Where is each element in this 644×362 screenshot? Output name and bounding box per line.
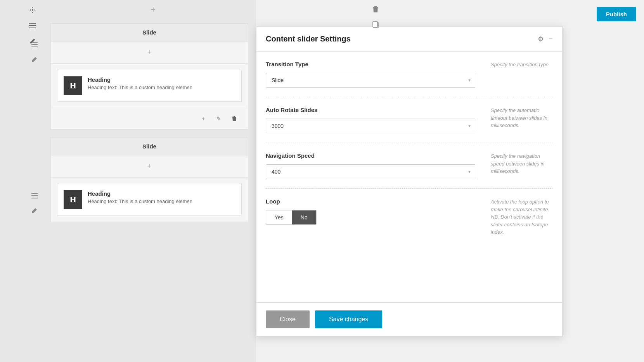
slide-1-heading-block: H Heading Heading text: This is a custom…: [57, 70, 242, 102]
settings-body: Transition Type Slide Fade None ▾ Specif…: [256, 52, 562, 302]
loop-section: Loop Yes No Activate the loop option to …: [266, 189, 553, 245]
loop-no-button[interactable]: No: [292, 210, 316, 224]
slide-2-heading-title: Heading: [88, 190, 192, 197]
slide-1-header: Slide: [51, 24, 248, 41]
navigation-speed-select[interactable]: 200 400 600 800 1000: [266, 164, 475, 179]
navigation-speed-section: Navigation Speed 200 400 600 800 1000 ▾ …: [266, 143, 553, 189]
loop-left: Loop Yes No: [266, 198, 483, 225]
slide-2-align-icon[interactable]: [29, 190, 40, 202]
trash-icon[interactable]: [369, 2, 383, 16]
slide-1-heading-subtext: Heading text: This is a custom heading e…: [88, 84, 192, 90]
settings-footer: Close Save changes: [256, 302, 562, 336]
auto-rotate-select[interactable]: 0 1000 2000 3000 5000: [266, 119, 475, 133]
transition-type-left: Transition Type Slide Fade None ▾: [266, 61, 483, 88]
slide-block-1: Slide + H Heading Heading text: This is …: [50, 23, 248, 129]
slide-1-footer: + ✎: [51, 108, 248, 129]
slide-1-heading-title: Heading: [88, 76, 192, 83]
editor-content: Slide + H Heading Heading text: This is …: [43, 0, 256, 362]
add-slide-top-button[interactable]: +: [147, 4, 159, 16]
settings-header: Content slider Settings ⚙ −: [256, 27, 562, 52]
svg-rect-1: [29, 23, 36, 24]
loop-toggle-group: Yes No: [266, 210, 317, 225]
slide-2-heading-subtext: Heading text: This is a custom heading e…: [88, 198, 192, 204]
settings-minimize-icon[interactable]: −: [549, 35, 553, 43]
auto-rotate-section: Auto Rotate Slides 0 1000 2000 3000 5000…: [266, 97, 553, 143]
navigation-speed-dropdown-wrapper: 200 400 600 800 1000 ▾: [266, 164, 475, 179]
svg-rect-3: [29, 28, 36, 28]
settings-title: Content slider Settings: [266, 34, 351, 43]
svg-rect-12: [31, 195, 38, 196]
svg-rect-11: [31, 193, 38, 194]
loop-hint: Activate the loop option to make the car…: [491, 198, 553, 236]
slide-1-add-row: +: [51, 41, 248, 64]
navigation-speed-hint: Specify the navigation speed between sli…: [491, 152, 553, 175]
transition-type-hint: Specify the transition type.: [491, 61, 553, 69]
copy-icon[interactable]: [369, 18, 383, 32]
slide-2-heading-text: Heading Heading text: This is a custom h…: [88, 190, 192, 204]
svg-rect-13: [31, 198, 38, 198]
slide-2-heading-block: H Heading Heading text: This is a custom…: [57, 184, 242, 215]
transition-type-label: Transition Type: [266, 61, 483, 67]
slide-1-add-element-button[interactable]: +: [197, 113, 209, 124]
transition-type-select[interactable]: Slide Fade None: [266, 73, 475, 88]
slide-2-add-button[interactable]: +: [143, 160, 156, 172]
settings-gear-icon[interactable]: ⚙: [538, 35, 544, 43]
slide-1-heading-text: Heading Heading text: This is a custom h…: [88, 76, 192, 90]
edit-icon[interactable]: [26, 35, 39, 47]
slide-1-edit-side-icon[interactable]: [29, 53, 40, 65]
transition-type-dropdown-wrapper: Slide Fade None ▾: [266, 73, 475, 88]
auto-rotate-left: Auto Rotate Slides 0 1000 2000 3000 5000…: [266, 107, 483, 133]
slide-1-edit-button[interactable]: ✎: [213, 113, 225, 124]
publish-button[interactable]: Publish: [597, 7, 636, 21]
svg-rect-2: [29, 25, 36, 26]
slide-2-edit-side-icon[interactable]: [29, 205, 40, 216]
slide-2-header: Slide: [51, 138, 248, 155]
lines-icon[interactable]: [26, 19, 39, 32]
heading-2-icon: H: [64, 190, 82, 209]
loop-yes-button[interactable]: Yes: [266, 210, 292, 224]
navigation-speed-label: Navigation Speed: [266, 152, 483, 159]
save-changes-button[interactable]: Save changes: [315, 310, 382, 328]
slide-1-delete-button[interactable]: [229, 113, 240, 124]
transition-type-section: Transition Type Slide Fade None ▾ Specif…: [266, 52, 553, 97]
svg-rect-7: [373, 22, 377, 27]
heading-1-icon: H: [64, 76, 82, 95]
auto-rotate-dropdown-wrapper: 0 1000 2000 3000 5000 ▾: [266, 119, 475, 133]
close-button[interactable]: Close: [266, 310, 310, 328]
slide-2-add-row: +: [51, 155, 248, 178]
loop-label: Loop: [266, 198, 483, 205]
settings-panel: Content slider Settings ⚙ − Transition T…: [256, 26, 563, 336]
move-icon[interactable]: [26, 4, 39, 16]
auto-rotate-hint: Specify the automatic timeout between sl…: [491, 107, 553, 129]
navigation-speed-left: Navigation Speed 200 400 600 800 1000 ▾: [266, 152, 483, 179]
slide-block-2: Slide + H Heading Heading text: This is …: [50, 137, 248, 222]
auto-rotate-label: Auto Rotate Slides: [266, 107, 483, 113]
settings-header-icons: ⚙ −: [538, 35, 553, 43]
slide-1-add-button[interactable]: +: [143, 46, 156, 59]
svg-point-0: [32, 9, 33, 11]
